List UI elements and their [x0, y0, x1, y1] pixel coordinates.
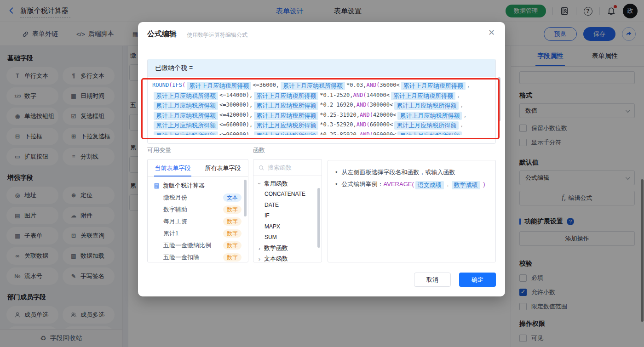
function-item[interactable]: SUM — [253, 232, 322, 243]
variable-field-name: 五险一金扣除 — [163, 253, 199, 262]
variable-field-name: 数字辅助 — [163, 205, 187, 214]
field-chip: 累计上月应纳税所得额 — [154, 131, 218, 136]
chevron-right-icon: › — [257, 256, 262, 262]
formula-line: 累计上月应纳税所得额<=144000),累计上月应纳税所得额*0.1-2520,… — [152, 91, 491, 101]
variable-field-row[interactable]: 五险一金扣除数字 — [148, 251, 248, 262]
chevron-down-icon: › — [256, 182, 263, 186]
variable-field-row[interactable]: 五险一金缴纳比例数字 — [148, 239, 248, 251]
field-type-tag: 数字 — [223, 241, 242, 250]
variables-tabs: 当前表单字段所有表单字段 — [148, 159, 248, 177]
formula-line: 累计上月应纳税所得额<=960000),累计上月应纳税所得额*0.35-8592… — [152, 130, 491, 136]
field-chip: 累计上月应纳税所得额 — [254, 121, 318, 130]
chevron-right-icon: › — [257, 245, 262, 252]
formula-token: AND — [360, 112, 370, 118]
formula-token: AND — [356, 121, 367, 128]
formula-token: <=420000), — [219, 112, 253, 118]
formula-token: *0.1-2520, — [320, 92, 353, 98]
field-chip: 累计上月应纳税所得额 — [281, 82, 345, 90]
formula-editor[interactable]: 已缴纳个税 = ROUND(IFS(累计上月应纳税所得额<=36000,累计上月… — [147, 59, 496, 144]
formula-token: *0.3-52920, — [320, 121, 356, 128]
variable-field-name: 五险一金缴纳比例 — [163, 241, 211, 250]
formula-token: ROUND — [152, 82, 169, 88]
functions-scrollbar-thumb[interactable] — [317, 188, 320, 248]
function-group-label: 常用函数 — [264, 180, 288, 188]
field-chip: 累计上月应纳税所得额 — [391, 92, 455, 100]
variable-field-name: 累计1 — [163, 229, 178, 238]
functions-panel: 搜索函数 ›常用函数CONCATENATEDATEIFMAPXSUM›数学函数›… — [253, 159, 322, 262]
formula-token: AND — [356, 102, 367, 108]
field-chip: 数学成绩 — [452, 181, 480, 189]
field-chip: 累计上月应纳税所得额 — [154, 112, 218, 120]
field-chip: 语文成绩 — [415, 181, 444, 189]
function-item[interactable]: DATE — [253, 200, 322, 211]
formula-line: 累计上月应纳税所得额<=420000),累计上月应纳税所得额*0.25-3192… — [152, 110, 491, 120]
formula-line: 累计上月应纳税所得额<=300000),累计上月应纳税所得额*0.2-16920… — [152, 100, 491, 110]
formula-token: , — [463, 112, 466, 118]
dialog-subtitle: 使用数学运算符编辑公式 — [187, 31, 247, 39]
field-chip: 累计上月应纳税所得额 — [154, 92, 218, 100]
confirm-button[interactable]: 确定 — [459, 273, 496, 287]
field-chip: 累计上月应纳税所得额 — [254, 131, 318, 136]
function-search[interactable]: 搜索函数 — [253, 159, 322, 176]
formula-token: 960000< — [373, 131, 397, 136]
function-item[interactable]: MAPX — [253, 222, 322, 233]
variable-field-row[interactable]: 数字辅助数字 — [148, 204, 248, 216]
field-type-tag: 文本 — [223, 193, 242, 202]
formula-token: ( — [182, 82, 185, 88]
function-group[interactable]: ›数学函数 — [253, 243, 322, 254]
formula-token: AND — [353, 92, 363, 98]
formula-token: <=300000), — [219, 102, 253, 108]
function-item[interactable]: CONCATENATE — [253, 189, 322, 200]
tab-current-form-fields[interactable]: 当前表单字段 — [148, 159, 198, 176]
variables-label: 可用变量 — [147, 146, 171, 154]
formula-line: ROUND(IFS(累计上月应纳税所得额<=36000,累计上月应纳税所得额*0… — [152, 80, 491, 91]
formula-token: *0.35-85920, — [320, 131, 360, 136]
search-icon — [258, 165, 264, 171]
help-line-1: •从左侧面板选择字段名和函数，或输入函数 — [335, 166, 488, 178]
formula-token: 144000< — [366, 92, 390, 98]
formula-token: 420000< — [373, 112, 397, 118]
variables-root-node[interactable]: 新版个税计算器 — [148, 180, 248, 192]
field-chip: 累计上月应纳税所得额 — [154, 102, 218, 110]
variables-scrollbar-thumb[interactable] — [244, 180, 247, 216]
field-chip: 累计上月应纳税所得额 — [394, 121, 459, 130]
variable-field-row[interactable]: 累计1数字 — [148, 228, 248, 239]
formula-token: <=960000), — [219, 131, 253, 136]
formula-lines: ROUND(IFS(累计上月应纳税所得额<=36000,累计上月应纳税所得额*0… — [148, 77, 495, 135]
formula-token: , — [460, 102, 463, 108]
formula-token: <=144000), — [219, 92, 253, 98]
tab-all-form-fields[interactable]: 所有表单字段 — [198, 159, 248, 176]
field-type-tag: 数字 — [223, 205, 242, 214]
field-type-tag: 数字 — [223, 229, 242, 238]
function-list: ›常用函数CONCATENATEDATEIFMAPXSUM›数学函数›文本函数 — [253, 176, 322, 262]
formula-token: ( — [366, 102, 369, 108]
field-chip: 累计上月应纳税所得额 — [397, 112, 462, 120]
function-group[interactable]: ›文本函数 — [253, 254, 322, 263]
close-icon[interactable]: ✕ — [488, 28, 495, 37]
formula-token: , — [467, 82, 470, 88]
formula-token: , — [460, 121, 463, 128]
document-icon — [153, 182, 160, 189]
variable-field-row[interactable]: 每月工资数字 — [148, 216, 248, 228]
variable-field-name: 每月工资 — [163, 217, 187, 226]
formula-token: <=36000, — [253, 82, 279, 88]
field-chip: 累计上月应纳税所得额 — [187, 82, 251, 90]
formula-token: <=660000), — [219, 121, 253, 128]
variables-panel: 当前表单字段所有表单字段 新版个税计算器缴税月份文本数字辅助数字每月工资数字累计… — [147, 159, 248, 262]
formula-token: *0.25-31920, — [320, 112, 360, 118]
function-item[interactable]: IF — [253, 210, 322, 222]
field-chip: 累计上月应纳税所得额 — [154, 121, 218, 130]
formula-token: ( — [370, 131, 373, 136]
formula-token: 660000< — [370, 121, 393, 128]
formula-token: *0.2-16920, — [320, 102, 356, 108]
help-panel: •从左侧面板选择字段名和函数，或输入函数 •公式编辑举例：AVERAGE(语文成… — [328, 160, 496, 262]
functions-label: 函数 — [253, 146, 265, 154]
formula-token: ( — [366, 121, 369, 128]
formula-scrollbar-thumb[interactable] — [498, 77, 500, 121]
formula-edit-dialog: 公式编辑 使用数学运算符编辑公式 ✕ 已缴纳个税 = ROUND(IFS(累计上… — [138, 22, 505, 296]
cancel-button[interactable]: 取消 — [414, 273, 451, 287]
function-group[interactable]: ›常用函数 — [253, 178, 322, 189]
variable-field-row[interactable]: 缴税月份文本 — [148, 192, 248, 204]
field-chip: 累计上月应纳税所得额 — [401, 82, 466, 90]
formula-token: *0.03, — [346, 82, 366, 88]
